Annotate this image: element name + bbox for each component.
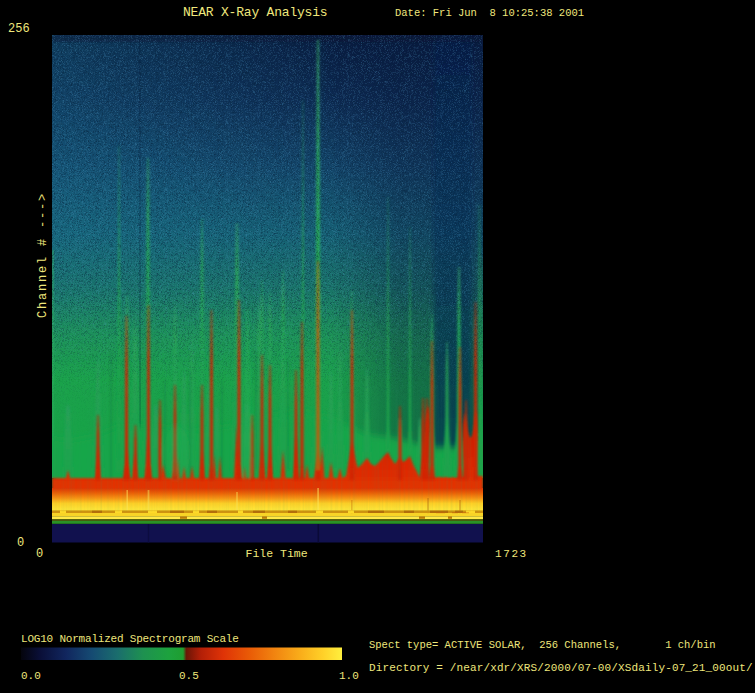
svg-text:LOG10 Normalized Spectrogram S: LOG10 Normalized Spectrogram Scale [21,633,239,645]
svg-text:NEAR X-Ray Analysis: NEAR X-Ray Analysis [183,5,327,20]
svg-text:1.0: 1.0 [339,670,359,682]
svg-text:0.5: 0.5 [179,670,199,682]
svg-text:Date: Fri Jun 8 10:25:38 2001: Date: Fri Jun 8 10:25:38 2001 [395,7,584,19]
svg-text:0: 0 [36,547,43,561]
svg-text:0.0: 0.0 [21,670,41,682]
svg-text:Spect type= ACTIVE SOLAR, 256: Spect type= ACTIVE SOLAR, 256 Channels, … [369,639,716,651]
svg-text:256: 256 [8,22,30,36]
svg-text:1723: 1723 [495,548,528,560]
svg-text:Directory = /near/xdr/XRS/2000: Directory = /near/xdr/XRS/2000/07-00/XSd… [369,662,753,674]
svg-text:Channel # --->: Channel # ---> [36,192,50,318]
svg-text:File Time: File Time [246,547,308,560]
svg-text:0: 0 [17,536,24,550]
